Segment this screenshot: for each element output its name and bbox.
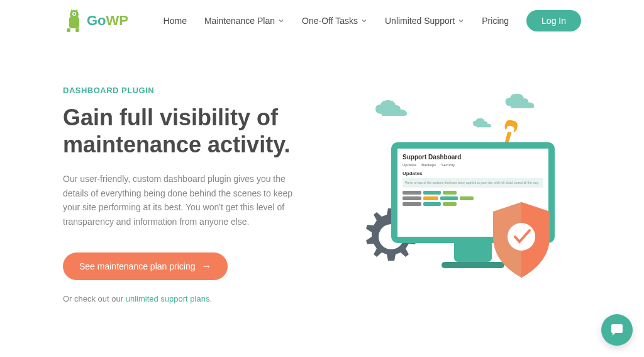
svg-rect-6 xyxy=(75,28,79,32)
dashboard-section-title: Updates xyxy=(402,171,543,176)
svg-rect-5 xyxy=(67,28,70,32)
logo-text: GoWP xyxy=(87,13,128,29)
secondary-cta-text: Or check out our unlimited support plans… xyxy=(63,294,303,303)
logo-icon xyxy=(63,9,83,32)
hero-description: Our user-friendly, custom dashboard plug… xyxy=(63,172,303,229)
arrow-right-icon: → xyxy=(201,261,211,272)
nav-one-off-tasks[interactable]: One-Off Tasks xyxy=(302,16,367,26)
nav-pricing[interactable]: Pricing xyxy=(482,16,509,26)
cloud-icon xyxy=(372,98,410,117)
chat-widget-button[interactable] xyxy=(601,314,633,346)
logo[interactable]: GoWP xyxy=(63,9,128,32)
svg-point-4 xyxy=(76,10,78,12)
dashboard-info-box: We're on top of the updates that have be… xyxy=(402,178,543,188)
dashboard-tabs: UpdatesBackupsSecurity xyxy=(402,163,543,167)
eyebrow-text: DASHBOARD PLUGIN xyxy=(63,86,303,95)
svg-point-7 xyxy=(508,223,535,251)
chat-icon xyxy=(609,322,625,338)
nav-home[interactable]: Home xyxy=(164,16,187,26)
header: GoWP Home Maintenance Plan One-Off Tasks… xyxy=(0,0,644,42)
login-button[interactable]: Log In xyxy=(526,10,581,31)
cloud-icon xyxy=(502,92,537,110)
dashboard-tags-row xyxy=(402,191,543,195)
hero-text-column: DASHBOARD PLUGIN Gain full visibility of… xyxy=(63,86,303,303)
unlimited-support-link[interactable]: unlimited support plans xyxy=(126,294,210,303)
chevron-down-icon xyxy=(361,18,367,24)
cloud-icon xyxy=(471,117,493,128)
nav-maintenance-plan[interactable]: Maintenance Plan xyxy=(204,16,284,26)
main-nav: Home Maintenance Plan One-Off Tasks Unli… xyxy=(164,10,581,31)
dashboard-title: Support Dashboard xyxy=(402,154,543,161)
svg-point-3 xyxy=(71,10,73,12)
hero-section: DASHBOARD PLUGIN Gain full visibility of… xyxy=(0,42,644,303)
nav-unlimited-support[interactable]: Unlimited Support xyxy=(385,16,464,26)
hero-heading: Gain full visibility of maintenance acti… xyxy=(63,104,303,158)
chevron-down-icon xyxy=(278,18,284,24)
chevron-down-icon xyxy=(458,18,464,24)
hero-illustration: Support Dashboard UpdatesBackupsSecurity… xyxy=(341,86,581,300)
shield-icon xyxy=(487,199,556,281)
svg-point-2 xyxy=(74,13,75,15)
monitor-stand xyxy=(454,243,492,262)
see-pricing-button[interactable]: See maintenance plan pricing → xyxy=(63,252,228,280)
